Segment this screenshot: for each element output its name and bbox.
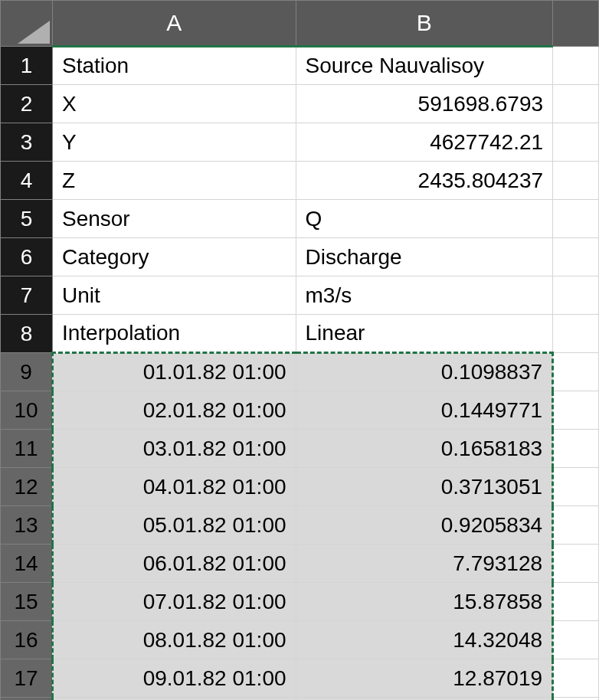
cell-b5[interactable]: Q: [296, 200, 553, 238]
cell-a13[interactable]: 05.01.82 01:00: [52, 506, 296, 545]
cell-c3[interactable]: [553, 123, 599, 162]
row-header-5[interactable]: 5: [1, 200, 53, 238]
cell-c1[interactable]: [553, 47, 599, 85]
cell-b12[interactable]: 0.3713051: [296, 468, 553, 506]
row-header-6[interactable]: 6: [1, 238, 53, 276]
data-row: 1 Station Source Nauvalisoy: [1, 47, 599, 85]
cell-c17[interactable]: [553, 659, 599, 698]
row-header-7[interactable]: 7: [1, 276, 53, 315]
cell-b18[interactable]: 11.56659: [296, 698, 553, 701]
cell-a2[interactable]: X: [52, 85, 296, 123]
cell-b6[interactable]: Discharge: [296, 238, 553, 276]
data-row: 18 10.01.82 01:00 11.56659: [1, 698, 599, 701]
cell-b11[interactable]: 0.1658183: [296, 430, 553, 468]
cell-b10[interactable]: 0.1449771: [296, 391, 553, 430]
cell-b9[interactable]: 0.1098837: [296, 353, 553, 391]
cell-a16[interactable]: 08.01.82 01:00: [52, 621, 296, 659]
cell-a15[interactable]: 07.01.82 01:00: [52, 583, 296, 621]
cell-b15[interactable]: 15.87858: [296, 583, 553, 621]
corner-triangle-icon: [18, 21, 50, 44]
cell-a17[interactable]: 09.01.82 01:00: [52, 659, 296, 698]
cell-b4[interactable]: 2435.804237: [296, 162, 553, 200]
data-row: 11 03.01.82 01:00 0.1658183: [1, 430, 599, 468]
row-header-15[interactable]: 15: [1, 583, 53, 621]
data-row: 7 Unit m3/s: [1, 276, 599, 315]
cell-a9[interactable]: 01.01.82 01:00: [52, 353, 296, 391]
cell-a10[interactable]: 02.01.82 01:00: [52, 391, 296, 430]
column-header-b[interactable]: B: [296, 1, 553, 47]
cell-c18[interactable]: [553, 698, 599, 701]
cell-c4[interactable]: [553, 162, 599, 200]
cell-b2[interactable]: 591698.6793: [296, 85, 553, 123]
cell-b17[interactable]: 12.87019: [296, 659, 553, 698]
data-row: 4 Z 2435.804237: [1, 162, 599, 200]
cell-a18[interactable]: 10.01.82 01:00: [52, 698, 296, 701]
cell-c14[interactable]: [553, 545, 599, 583]
cell-a11[interactable]: 03.01.82 01:00: [52, 430, 296, 468]
cell-c16[interactable]: [553, 621, 599, 659]
cell-c6[interactable]: [553, 238, 599, 276]
row-header-2[interactable]: 2: [1, 85, 53, 123]
data-row: 6 Category Discharge: [1, 238, 599, 276]
select-all-corner[interactable]: [1, 1, 53, 47]
row-header-17[interactable]: 17: [1, 659, 53, 698]
column-header-a[interactable]: A: [52, 1, 296, 47]
cell-a14[interactable]: 06.01.82 01:00: [52, 545, 296, 583]
cell-a7[interactable]: Unit: [52, 276, 296, 315]
cell-c7[interactable]: [553, 276, 599, 315]
data-row: 14 06.01.82 01:00 7.793128: [1, 545, 599, 583]
spreadsheet-grid[interactable]: A B 1 Station Source Nauvalisoy 2 X 5916…: [0, 0, 599, 700]
data-row: 16 08.01.82 01:00 14.32048: [1, 621, 599, 659]
cell-c13[interactable]: [553, 506, 599, 545]
cell-b8[interactable]: Linear: [296, 315, 553, 353]
row-header-14[interactable]: 14: [1, 545, 53, 583]
row-header-4[interactable]: 4: [1, 162, 53, 200]
data-row: 5 Sensor Q: [1, 200, 599, 238]
cell-b16[interactable]: 14.32048: [296, 621, 553, 659]
cell-a4[interactable]: Z: [52, 162, 296, 200]
cell-c10[interactable]: [553, 391, 599, 430]
cell-a5[interactable]: Sensor: [52, 200, 296, 238]
cell-b7[interactable]: m3/s: [296, 276, 553, 315]
data-row: 17 09.01.82 01:00 12.87019: [1, 659, 599, 698]
row-header-16[interactable]: 16: [1, 621, 53, 659]
data-row: 3 Y 4627742.21: [1, 123, 599, 162]
row-header-8[interactable]: 8: [1, 315, 53, 353]
cell-c12[interactable]: [553, 468, 599, 506]
cell-a6[interactable]: Category: [52, 238, 296, 276]
row-header-12[interactable]: 12: [1, 468, 53, 506]
cell-b3[interactable]: 4627742.21: [296, 123, 553, 162]
cell-b1[interactable]: Source Nauvalisoy: [296, 47, 553, 85]
cell-c2[interactable]: [553, 85, 599, 123]
cell-a8[interactable]: Interpolation: [52, 315, 296, 353]
cell-b14[interactable]: 7.793128: [296, 545, 553, 583]
cell-a3[interactable]: Y: [52, 123, 296, 162]
cell-a12[interactable]: 04.01.82 01:00: [52, 468, 296, 506]
data-row: 13 05.01.82 01:00 0.9205834: [1, 506, 599, 545]
row-header-13[interactable]: 13: [1, 506, 53, 545]
row-header-10[interactable]: 10: [1, 391, 53, 430]
data-row: 9 01.01.82 01:00 0.1098837: [1, 353, 599, 391]
row-header-1[interactable]: 1: [1, 47, 53, 85]
data-row: 15 07.01.82 01:00 15.87858: [1, 583, 599, 621]
data-row: 12 04.01.82 01:00 0.3713051: [1, 468, 599, 506]
cell-c11[interactable]: [553, 430, 599, 468]
row-header-3[interactable]: 3: [1, 123, 53, 162]
cell-c5[interactable]: [553, 200, 599, 238]
cell-c9[interactable]: [553, 353, 599, 391]
cell-c8[interactable]: [553, 315, 599, 353]
row-header-11[interactable]: 11: [1, 430, 53, 468]
row-header-9[interactable]: 9: [1, 353, 53, 391]
cell-b13[interactable]: 0.9205834: [296, 506, 553, 545]
data-row: 10 02.01.82 01:00 0.1449771: [1, 391, 599, 430]
data-row: 2 X 591698.6793: [1, 85, 599, 123]
cell-a1[interactable]: Station: [52, 47, 296, 85]
column-header-c[interactable]: [553, 1, 599, 47]
column-header-row: A B: [1, 1, 599, 47]
data-row: 8 Interpolation Linear: [1, 315, 599, 353]
cell-c15[interactable]: [553, 583, 599, 621]
row-header-18[interactable]: 18: [1, 698, 53, 701]
